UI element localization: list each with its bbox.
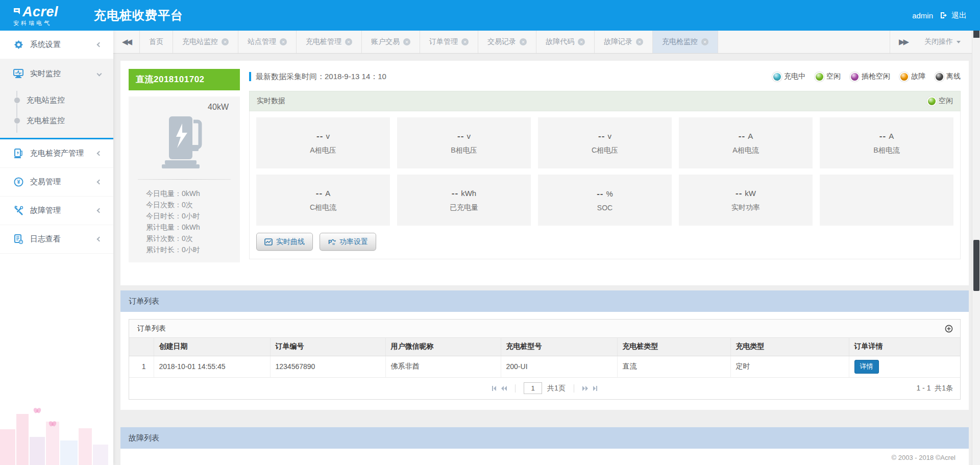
power-settings-button[interactable]: P w 功率设置 [320,233,376,251]
tab-site-management[interactable]: 站点管理 × [238,31,297,53]
metric-phase-b-voltage: --v B相电压 [397,117,531,168]
tab-close-icon[interactable]: × [701,38,708,45]
tab-label: 故障记录 [604,37,632,46]
tab-close-icon[interactable]: × [461,38,469,45]
device-summary-card: 40kW 今日电量：0kWh 今 [129,96,240,262]
legend-fault: 故障 [900,72,925,81]
tab-account-transactions[interactable]: 账户交易 × [362,31,420,53]
scroll-tabs-left-icon[interactable]: ◀◀ [113,31,140,53]
tab-charging-gun-monitor[interactable]: 充电枪监控 × [653,31,718,53]
stat-line: 累计次数：0次 [146,233,240,244]
sidebar-group-realtime-monitor: 实时监控 充电站监控 充电桩监控 [0,59,113,139]
vertical-scrollbar[interactable] [972,31,980,465]
logo-text: Acrel [22,5,58,19]
orders-panel-title: 订单列表 [137,324,166,333]
metric-phase-a-voltage: --v A相电压 [256,117,390,168]
page-title: 充电桩收费平台 [94,7,183,23]
tab-close-icon[interactable]: × [578,38,585,45]
yen-circle-icon: ¥ [13,177,23,187]
chevron-down-icon [97,71,102,76]
sidebar-decoration-skyline [0,399,113,465]
status-legend: 充电中 空闲 插枪空闲 故障 [773,72,961,81]
metric-phase-c-current: --A C相电流 [256,175,390,226]
tools-icon [13,206,23,216]
realtime-panel-title: 实时数据 [257,96,285,106]
tab-label: 订单管理 [429,37,458,46]
tab-label: 充电枪监控 [662,37,698,46]
accent-bar [249,72,251,81]
tab-close-icon[interactable]: × [403,38,410,45]
tab-transaction-records[interactable]: 交易记录 × [478,31,536,53]
tab-fault-records[interactable]: 故障记录 × [595,31,653,53]
tab-fault-codes[interactable]: 故障代码 × [536,31,595,53]
tab-label: 充电桩管理 [306,37,341,46]
prev-page-button[interactable] [501,386,507,391]
tab-label: 交易记录 [487,37,516,46]
sidebar-subitem-label: 充电站监控 [27,95,65,105]
close-operations-dropdown[interactable]: 关闭操作 [916,31,972,53]
cell-order-no: 1234567890 [270,356,385,377]
sidebar-item-system-settings[interactable]: 系统设置 [0,31,113,59]
tab-label: 账户交易 [371,37,400,46]
scrollbar-thumb[interactable] [973,240,979,291]
svg-text:¥: ¥ [17,179,20,185]
sidebar-subitem-station-monitor[interactable]: 充电站监控 [0,90,113,110]
sidebar-item-pile-assets[interactable]: 充电桩资产管理 [0,139,113,168]
logo-subtext: 安科瑞电气 [13,20,77,26]
first-page-button[interactable] [492,386,496,391]
metric-phase-a-current: --A A相电流 [679,117,813,168]
chevron-left-icon [97,237,102,242]
main-area: ◀◀ 首页 充电站监控 × 站点管理 × 充电桩管理 × 账户交易 × 订单管理… [113,31,972,465]
tab-label: 充电站监控 [182,37,218,46]
device-name-header: 直流2018101702 [129,69,240,90]
cell-pile-model: 200-UI [501,356,617,377]
scroll-tabs-right-icon[interactable]: ▶▶ [890,31,916,53]
records-range-label: 1 - 1 共1条 [916,384,953,393]
orders-table: 创建日期 订单编号 用户微信昵称 充电桩型号 充电桩类型 充电类型 订单详情 1 [129,338,960,378]
realtime-curve-button[interactable]: 实时曲线 [256,233,313,251]
tab-pile-management[interactable]: 充电桩管理 × [297,31,362,53]
next-page-button[interactable] [582,386,588,391]
faults-section-body: © 2003 - 2018 ©Acrel [120,449,969,465]
column-header-charge-type: 充电类型 [730,338,849,356]
logout-button[interactable]: 退出 [940,11,967,20]
device-stats: 今日电量：0kWh 今日次数：0次 今日时长：0小时 累计电量：0kWh 累计次… [129,188,240,255]
tab-close-icon[interactable]: × [636,38,643,45]
tab-close-icon[interactable]: × [280,38,287,45]
status-dot-current [928,97,936,105]
close-operations-label: 关闭操作 [924,37,953,46]
button-label: 功率设置 [339,237,368,247]
page-number-input[interactable] [524,382,542,394]
last-page-button[interactable] [593,386,597,391]
legend-charging: 充电中 [773,72,805,81]
chevron-left-icon [97,180,102,185]
sidebar-item-transactions[interactable]: ¥ 交易管理 [0,168,113,197]
sidebar-subitem-pile-monitor[interactable]: 充电桩监控 [0,110,113,131]
tab-strip: ◀◀ 首页 充电站监控 × 站点管理 × 充电桩管理 × 账户交易 × 订单管理… [113,31,972,54]
tab-station-monitor[interactable]: 充电站监控 × [173,31,238,53]
scrollbar-top-button[interactable] [973,31,979,38]
add-icon[interactable] [945,325,953,333]
username[interactable]: admin [912,11,933,20]
sidebar-item-fault-management[interactable]: 故障管理 [0,197,113,225]
sidebar-item-realtime-monitor[interactable]: 实时监控 [0,59,113,88]
chevron-left-icon [97,151,102,156]
acrel-logo: Acrel 安科瑞电气 [0,5,77,26]
sidebar-item-log-view[interactable]: 日志查看 [0,225,113,254]
metric-soc: --% SOC [538,175,672,226]
svg-text:P: P [328,239,332,245]
monitor-icon [13,68,23,79]
detail-button[interactable]: 详情 [854,360,879,374]
column-header-pile-type: 充电桩类型 [617,338,730,356]
latest-collect-time: 最新数据采集时间：2018-9-13 14：10 [256,72,386,82]
tab-close-icon[interactable]: × [345,38,352,45]
tab-close-icon[interactable]: × [222,38,229,45]
status-dot-idle [816,73,823,81]
cell-row-index: 1 [129,356,154,377]
stat-line: 累计电量：0kWh [146,222,240,233]
tab-order-management[interactable]: 订单管理 × [420,31,478,53]
tab-home[interactable]: 首页 [140,31,173,53]
status-dot-offline [936,73,943,81]
tab-close-icon[interactable]: × [520,38,527,45]
legend-offline: 离线 [936,72,961,81]
